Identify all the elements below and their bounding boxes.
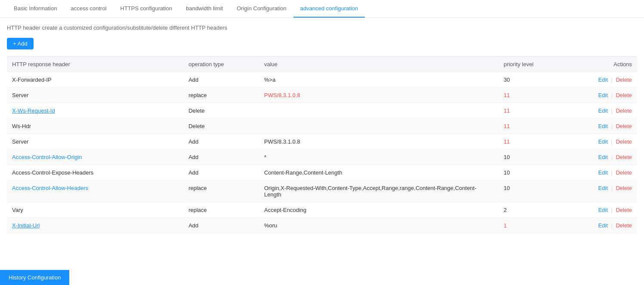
cell-value <box>259 119 499 134</box>
cell-actions: Edit | Delete <box>561 165 637 181</box>
cell-operation: replace <box>183 202 259 218</box>
cell-header-name: X-Ws-Request-Id <box>7 103 183 119</box>
cell-header-name: Ws-Hdr <box>7 119 183 134</box>
cell-operation: Add <box>183 134 259 150</box>
cell-actions: Edit | Delete <box>561 134 637 150</box>
cell-operation: Delete <box>183 103 259 119</box>
table-row: Ws-HdrDelete11Edit | Delete <box>7 119 637 134</box>
tab-origin[interactable]: Origin Configuration <box>230 0 293 18</box>
cell-value: PWS/8.3.1.0.8 <box>259 88 499 103</box>
action-separator: | <box>610 222 614 229</box>
cell-operation: Add <box>183 150 259 165</box>
cell-value: Origin,X-Requested-With,Content-Type,Acc… <box>259 181 499 202</box>
cell-value <box>259 103 499 119</box>
cell-header-name: Access-Control-Allow-Origin <box>7 150 183 165</box>
cell-priority: 11 <box>499 103 562 119</box>
tab-https[interactable]: HTTPS configuration <box>114 0 179 18</box>
headers-table: HTTP response header operation type valu… <box>7 56 637 233</box>
delete-link[interactable]: Delete <box>616 138 632 145</box>
edit-link[interactable]: Edit <box>598 138 607 145</box>
cell-header-name: Vary <box>7 202 183 218</box>
col-header-value: value <box>259 57 499 72</box>
edit-link[interactable]: Edit <box>598 77 607 83</box>
cell-actions: Edit | Delete <box>561 202 637 218</box>
cell-operation: replace <box>183 88 259 103</box>
cell-operation: Add <box>183 218 259 233</box>
tab-basic[interactable]: Basic Information <box>7 0 64 18</box>
table-row: Access-Control-Expose-HeadersAddContent-… <box>7 165 637 181</box>
cell-value: * <box>259 150 499 165</box>
table-row: X-Ws-Request-IdDelete11Edit | Delete <box>7 103 637 119</box>
main-content: HTTP header create a customized configur… <box>0 18 644 259</box>
description-text: HTTP header create a customized configur… <box>7 25 637 31</box>
delete-link[interactable]: Delete <box>616 222 632 229</box>
action-separator: | <box>610 92 614 98</box>
delete-link[interactable]: Delete <box>616 107 632 114</box>
cell-priority: 11 <box>499 134 562 150</box>
cell-header-name: X-Forwarded-IP <box>7 72 183 88</box>
table-row: ServerAddPWS/8.3.1.0.811Edit | Delete <box>7 134 637 150</box>
cell-actions: Edit | Delete <box>561 103 637 119</box>
edit-link[interactable]: Edit <box>598 169 607 176</box>
cell-value: Content-Range,Content-Length <box>259 165 499 181</box>
action-separator: | <box>610 138 614 145</box>
table-row: Access-Control-Allow-HeadersreplaceOrigi… <box>7 181 637 202</box>
delete-link[interactable]: Delete <box>616 207 632 213</box>
tab-bandwidth[interactable]: bandwidth limit <box>179 0 230 18</box>
delete-link[interactable]: Delete <box>616 92 632 98</box>
cell-header-name: X-Initial-Url <box>7 218 183 233</box>
cell-priority: 2 <box>499 202 562 218</box>
edit-link[interactable]: Edit <box>598 107 607 114</box>
edit-link[interactable]: Edit <box>598 185 607 191</box>
cell-priority: 10 <box>499 165 562 181</box>
cell-header-name: Access-Control-Expose-Headers <box>7 165 183 181</box>
edit-link[interactable]: Edit <box>598 92 607 98</box>
delete-link[interactable]: Delete <box>616 154 632 160</box>
cell-priority: 10 <box>499 150 562 165</box>
tab-access[interactable]: access control <box>64 0 113 18</box>
tabs-container: Basic Informationaccess controlHTTPS con… <box>0 0 644 18</box>
cell-priority: 30 <box>499 72 562 88</box>
table-row: X-Initial-UrlAdd%oru1Edit | Delete <box>7 218 637 233</box>
cell-value: %oru <box>259 218 499 233</box>
cell-actions: Edit | Delete <box>561 88 637 103</box>
action-separator: | <box>610 169 614 176</box>
cell-actions: Edit | Delete <box>561 150 637 165</box>
table-row: Access-Control-Allow-OriginAdd*10Edit | … <box>7 150 637 165</box>
action-separator: | <box>610 154 614 160</box>
edit-link[interactable]: Edit <box>598 207 607 213</box>
table-row: X-Forwarded-IPAdd%>a30Edit | Delete <box>7 72 637 88</box>
cell-header-name: Server <box>7 88 183 103</box>
delete-link[interactable]: Delete <box>616 77 632 83</box>
action-separator: | <box>610 207 614 213</box>
delete-link[interactable]: Delete <box>616 123 632 129</box>
cell-operation: replace <box>183 181 259 202</box>
col-header-actions: Actions <box>561 57 637 72</box>
cell-value: Accept-Encoding <box>259 202 499 218</box>
tab-advanced[interactable]: advanced configuration <box>293 0 365 18</box>
cell-priority: 11 <box>499 119 562 134</box>
cell-priority: 11 <box>499 88 562 103</box>
cell-operation: Delete <box>183 119 259 134</box>
edit-link[interactable]: Edit <box>598 123 607 129</box>
cell-header-name: Server <box>7 134 183 150</box>
cell-actions: Edit | Delete <box>561 218 637 233</box>
delete-link[interactable]: Delete <box>616 169 632 176</box>
action-separator: | <box>610 107 614 114</box>
table-row: ServerreplacePWS/8.3.1.0.811Edit | Delet… <box>7 88 637 103</box>
action-separator: | <box>610 77 614 83</box>
tab-bar: Basic Informationaccess controlHTTPS con… <box>0 0 644 18</box>
add-button[interactable]: + Add <box>7 38 34 49</box>
col-header-priority: priority level <box>499 57 562 72</box>
table-body: X-Forwarded-IPAdd%>a30Edit | DeleteServe… <box>7 72 637 233</box>
cell-actions: Edit | Delete <box>561 72 637 88</box>
col-header-name: HTTP response header <box>7 57 183 72</box>
cell-header-name: Access-Control-Allow-Headers <box>7 181 183 202</box>
edit-link[interactable]: Edit <box>598 154 607 160</box>
cell-operation: Add <box>183 72 259 88</box>
col-header-operation: operation type <box>183 57 259 72</box>
delete-link[interactable]: Delete <box>616 185 632 191</box>
edit-link[interactable]: Edit <box>598 222 607 229</box>
table-row: VaryreplaceAccept-Encoding2Edit | Delete <box>7 202 637 218</box>
cell-actions: Edit | Delete <box>561 119 637 134</box>
